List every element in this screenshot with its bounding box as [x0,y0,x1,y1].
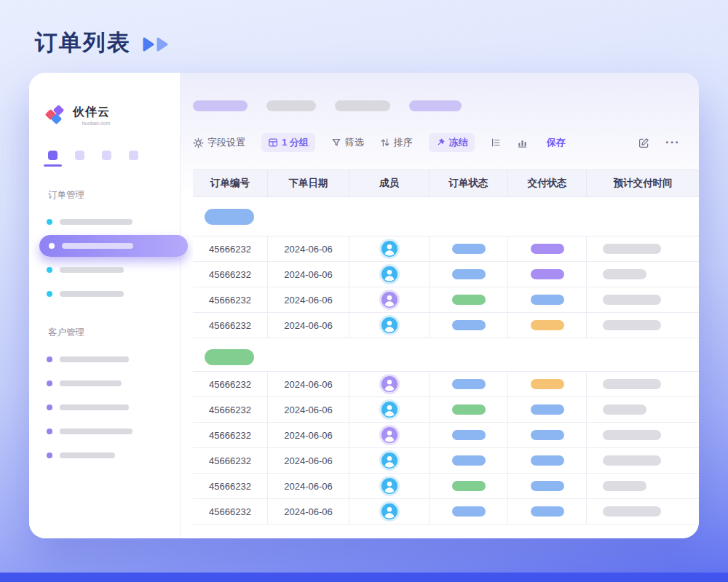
member-avatar-icon [381,317,397,333]
sidebar-item[interactable] [47,445,180,466]
delivery-status-cell [508,423,587,447]
sidebar-item-selected[interactable] [39,235,188,257]
column-header-order-date[interactable]: 下单日期 [268,170,349,196]
table-row[interactable]: 456662322024-06-06 [193,313,699,338]
workspace-tab[interactable] [102,151,111,160]
delivery-status-pill [531,455,564,466]
member-cell [349,236,430,261]
group-label-pill [205,209,254,225]
group-button[interactable]: 1 分组 [261,133,315,152]
eta-cell [587,372,699,396]
column-header-eta[interactable]: 预计交付时间 [587,170,699,196]
section-label-customers: 客户管理 [48,327,180,339]
order-status-cell [430,262,508,287]
order-no-cell: 45666232 [193,474,268,498]
table-row[interactable]: 456662322024-06-06 [193,236,699,262]
table-row[interactable]: 456662322024-06-06 [193,287,699,313]
eta-cell [587,236,699,261]
sidebar-item[interactable] [47,259,180,281]
member-cell [349,287,430,312]
member-cell [349,499,430,524]
filter-button[interactable]: 筛选 [331,136,364,149]
order-status-pill [452,506,486,517]
table-row[interactable]: 456662322024-06-06 [193,448,699,474]
sidebar-item[interactable] [47,372,180,394]
column-header-order-status[interactable]: 订单状态 [430,170,508,196]
field-settings-button[interactable]: 字段设置 [193,136,245,149]
table-row[interactable]: 456662322024-06-06 [193,372,699,397]
delivery-status-pill [531,379,564,389]
list-dot-icon [49,243,55,249]
table-row[interactable]: 456662322024-06-06 [193,423,699,448]
workspace-tab[interactable] [75,151,84,160]
table-row[interactable]: 456662322024-06-06 [193,397,699,423]
huoban-logo-icon [47,105,66,124]
delivery-status-cell [508,397,587,422]
delivery-status-pill [531,404,564,415]
order-no-cell: 45666232 [193,262,268,287]
eta-cell [587,448,699,473]
sort-label: 排序 [394,136,413,149]
table-row[interactable]: 456662322024-06-06 [193,262,699,287]
member-avatar-icon [381,503,397,519]
skeleton-bar [60,428,132,434]
section-label-orders: 订单管理 [48,189,180,202]
freeze-button[interactable]: 冻结 [429,133,475,152]
list-dot-icon [47,453,52,458]
list-dot-icon [47,356,52,362]
sidebar-item[interactable] [47,396,180,418]
column-header-order-no[interactable]: 订单编号 [193,170,268,196]
skeleton-bar [60,267,124,273]
order-no-cell: 45666232 [193,397,268,422]
member-cell [349,474,430,498]
sidebar-item[interactable] [47,420,180,442]
column-header-delivery-status[interactable]: 交付状态 [508,170,587,196]
workspace-tab-active[interactable] [48,151,58,160]
delivery-status-cell [508,372,587,396]
gear-icon [193,137,204,148]
skeleton-bar [60,453,115,458]
app-window: 伙伴云 huoban.com 订单管理 客户管理 [29,73,699,538]
group-header-row[interactable] [193,338,699,372]
skeleton-pill [335,100,390,111]
eta-placeholder-pill [603,481,646,491]
order-table: 订单编号 下单日期 成员 订单状态 交付状态 预计交付时间 4566623220… [193,170,699,525]
order-status-pill [452,379,486,389]
workspace-tab[interactable] [129,151,138,160]
table-row[interactable]: 456662322024-06-06 [193,474,699,499]
grid-icon [268,137,278,148]
sidebar-item[interactable] [47,211,180,233]
row-height-button[interactable] [491,137,501,148]
workspace-tabs [47,151,180,160]
member-avatar-icon [381,376,397,392]
order-status-pill [452,430,486,440]
order-status-cell [430,236,508,261]
group-header-row[interactable] [193,197,699,236]
sort-arrows-icon [380,137,390,148]
sort-button[interactable]: 排序 [380,136,413,149]
edit-button[interactable] [638,137,649,148]
delivery-status-cell [508,287,587,312]
member-cell [349,448,430,473]
page-title: 订单列表 [35,28,131,58]
order-date-cell: 2024-06-06 [268,397,349,422]
sidebar-item[interactable] [47,283,180,305]
edit-icon [638,137,649,148]
order-date-cell: 2024-06-06 [268,499,349,524]
order-no-cell: 45666232 [193,287,268,312]
column-header-member[interactable]: 成员 [349,170,430,196]
member-avatar-icon [381,453,397,469]
more-button[interactable]: ··· [665,135,680,150]
skeleton-pill [409,100,462,111]
eta-placeholder-pill [603,430,661,440]
order-status-cell [430,423,508,447]
eta-placeholder-pill [603,269,646,279]
table-groups: 456662322024-06-06456662322024-06-064566… [193,197,699,525]
table-row[interactable]: 456662322024-06-06 [193,499,699,525]
save-button[interactable]: 保存 [547,136,566,149]
order-date-cell: 2024-06-06 [268,474,349,498]
eta-placeholder-pill [603,320,661,330]
chart-button[interactable] [517,137,528,148]
order-no-cell: 45666232 [193,372,268,396]
sidebar-item[interactable] [47,348,180,370]
